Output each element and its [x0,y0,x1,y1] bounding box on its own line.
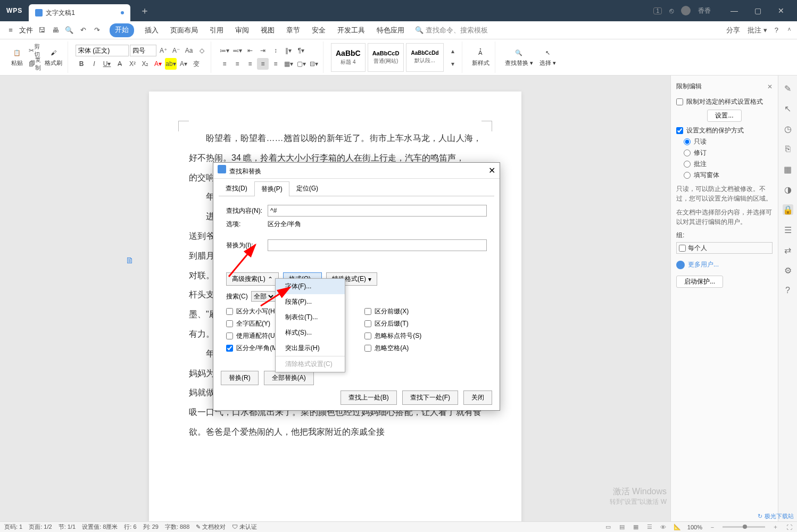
view-web-icon[interactable]: ▦ [632,523,640,531]
lock-icon[interactable]: 🔒 [783,204,793,215]
panel-close-icon[interactable]: ✕ [767,83,773,90]
fullscreen-icon[interactable]: ⛶ [785,523,793,531]
sb-page-num[interactable]: 页码: 1 [4,523,22,531]
close-button[interactable]: ✕ [770,3,792,19]
tab-start[interactable]: 开始 [110,23,134,37]
outdent-icon[interactable]: ⇤ [244,45,256,56]
phonetic-icon[interactable]: 变 [190,58,202,70]
save-icon[interactable]: 🖫 [35,24,48,37]
italic-icon[interactable]: I [88,58,100,70]
settings-button[interactable]: 设置... [707,110,741,122]
tab-chapters[interactable]: 章节 [285,23,301,37]
select-button[interactable]: ↖ 选择 ▾ [537,47,558,67]
strike-icon[interactable]: A̶ [114,58,126,70]
print-icon[interactable]: 🖶 [49,24,62,37]
superscript-icon[interactable]: X² [127,58,138,70]
find-input[interactable] [268,205,487,217]
pointer-icon[interactable]: ↖ [783,103,793,114]
tab-view[interactable]: 视图 [260,23,276,37]
submenu-tabstop[interactable]: 制表位(T)... [276,310,345,325]
sb-row[interactable]: 行: 6 [124,523,136,531]
style-scroll-up-icon[interactable]: ▴ [447,45,459,57]
sb-proofing[interactable]: ✎ 文档校对 [196,523,226,531]
align-left-icon[interactable]: ≡ [219,58,230,70]
document-tab[interactable]: 文字文稿1 [29,4,130,21]
align-right-icon[interactable]: ≡ [244,58,256,70]
highlight-icon[interactable]: ab▾ [165,58,177,70]
gift-icon[interactable]: ⎋ [669,6,674,15]
bullets-icon[interactable]: ≔▾ [219,45,230,56]
format-painter-button[interactable]: 🖌 格式刷 [43,47,64,67]
find-next-button[interactable]: 查找下一处(F) [402,390,458,405]
maximize-button[interactable]: ▢ [747,3,768,19]
transfer-icon[interactable]: ⇄ [783,245,793,255]
link-icon[interactable]: ⎘ [783,144,793,154]
clear-format-icon[interactable]: ◇ [196,45,207,56]
underline-icon[interactable]: U▾ [101,58,113,70]
collapse-ribbon-icon[interactable]: ＾ [786,26,793,35]
find-prev-button[interactable]: 查找上一处(B) [341,390,397,405]
share-button[interactable]: 分享 [726,26,740,35]
tab-references[interactable]: 引用 [209,23,225,37]
dialog-close-icon[interactable]: ✕ [488,165,495,176]
dialog-tab-goto[interactable]: 定位(G) [289,181,325,196]
view-read-icon[interactable]: ☰ [646,523,653,531]
tab-developer[interactable]: 开发工具 [336,23,366,37]
annotate-button[interactable]: 批注 ▾ [748,26,767,35]
change-case-icon[interactable]: Aa [183,45,195,56]
zoom-in-icon[interactable]: ＋ [771,523,779,531]
view-outline-icon[interactable]: ▤ [618,523,626,531]
zoom-slider[interactable] [723,526,765,528]
advanced-search-button[interactable]: 高级搜索(L) ⌃ [226,272,279,286]
start-protection-button[interactable]: 启动保护... [676,276,723,288]
whole-word-checkbox[interactable]: 全字匹配(Y) [226,319,279,328]
styles-gallery[interactable]: AaBbC标题 4 AaBbCcD普通(网站) AaBbCcDd默认段... ▴… [328,41,462,73]
dialog-tab-find[interactable]: 查找(D) [219,181,254,196]
gutter-insert-icon[interactable]: 🗎 [126,251,134,271]
grow-font-icon[interactable]: A⁺ [157,45,169,56]
help-icon[interactable]: ? [783,285,793,296]
new-style-button[interactable]: Ả 新样式 [470,47,492,67]
submenu-font[interactable]: 字体(F)... [276,279,345,294]
sort-icon[interactable]: ↕ [270,45,281,56]
indent-icon[interactable]: ⇥ [257,45,269,56]
line-spacing-icon[interactable]: ‖▾ [283,45,294,56]
align-justify-icon[interactable]: ≡ [257,58,269,70]
view-print-icon[interactable]: ▭ [604,523,612,531]
more-users-link[interactable]: 更多用户... [676,260,773,269]
font-size-select[interactable] [130,45,156,56]
find-replace-button[interactable]: 🔍 查找替换 ▾ [503,47,535,67]
replace-input[interactable] [268,239,487,251]
numbering-icon[interactable]: ≕▾ [231,45,243,56]
mode-comment-radio[interactable]: 批注 [684,160,773,169]
search-commands[interactable]: 🔍 查找命令、搜索模板 [415,23,488,37]
match-case-checkbox[interactable]: 区分大小写(H) [226,307,279,316]
clock-icon[interactable]: ◷ [783,123,793,134]
replace-one-button[interactable]: 替换(R) [221,371,259,385]
shrink-font-icon[interactable]: A⁻ [170,45,182,56]
paste-button[interactable]: 📋 粘贴 [7,47,27,67]
gear-icon[interactable]: ⚙ [783,265,793,276]
submenu-highlight[interactable]: 突出显示(H) [276,340,345,356]
user-avatar-icon[interactable] [681,6,691,15]
wildcards-checkbox[interactable]: 使用通配符(U) [226,331,279,340]
cut-button[interactable]: ✂ 剪切 [29,45,40,56]
font-color-icon[interactable]: A▾ [152,58,164,70]
set-protection-checkbox[interactable]: 设置文档的保护方式 [676,126,773,135]
borders-icon[interactable]: ▢▾ [295,58,307,70]
tab-security[interactable]: 安全 [311,23,327,37]
show-marks-icon[interactable]: ¶▾ [295,45,307,56]
grid-icon[interactable]: ▦ [783,164,793,174]
sb-words[interactable]: 字数: 888 [165,523,189,531]
restrict-formatting-checkbox[interactable]: 限制对选定的样式设置格式 [676,97,773,106]
dialog-tab-replace[interactable]: 替换(P) [254,181,289,196]
submenu-paragraph[interactable]: 段落(P)... [276,294,345,310]
replace-all-button[interactable]: 全部替换(A) [264,371,314,385]
ignore-punct-checkbox[interactable]: 忽略标点符号(S) [364,331,421,340]
new-tab-button[interactable]: ＋ [137,3,153,19]
sb-offset[interactable]: 设置值: 8厘米 [82,523,118,531]
bold-icon[interactable]: B [76,58,87,70]
hamburger-icon[interactable]: ≡ [4,24,17,37]
dialog-close-button[interactable]: 关闭 [463,390,492,405]
suffix-checkbox[interactable]: 区分后缀(T) [364,319,421,328]
